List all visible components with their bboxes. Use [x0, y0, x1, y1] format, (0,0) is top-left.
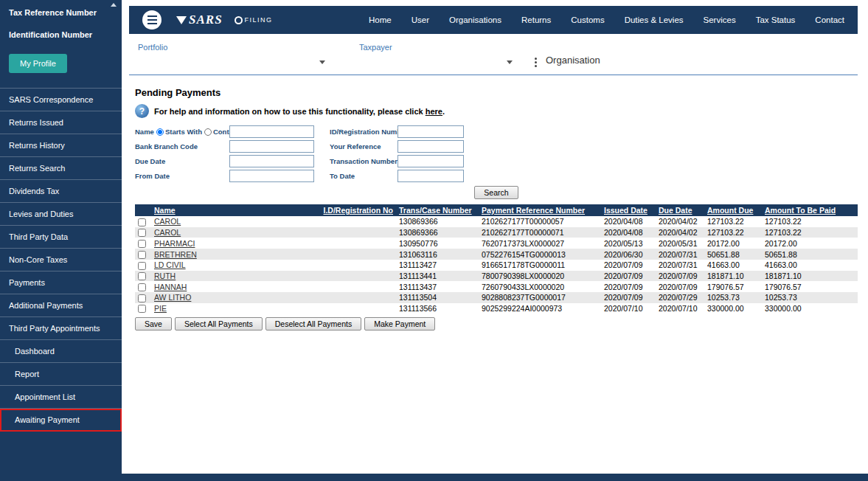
column-header-i-d-registration-no[interactable]: I.D/Registration No — [323, 206, 393, 215]
sidebar-item-returns-history[interactable]: Returns History — [0, 134, 122, 157]
cell-amount-due: 41663.00 — [704, 260, 762, 271]
chevron-down-icon — [319, 60, 325, 64]
payment-row: CAROL1308693662102627177T000000572020/04… — [135, 216, 858, 227]
column-header-issued-date[interactable]: Issued Date — [604, 206, 647, 215]
row-checkbox[interactable] — [138, 240, 146, 248]
row-checkbox[interactable] — [138, 229, 146, 237]
to-date-input[interactable] — [397, 170, 464, 182]
kebab-menu-icon[interactable] — [535, 58, 537, 67]
search-button[interactable]: Search — [474, 186, 518, 199]
cell-amount-due: 20172.00 — [704, 238, 762, 249]
sidebar-item-awaiting-payment[interactable]: Awaiting Payment — [0, 409, 122, 432]
column-header-amount-due[interactable]: Amount Due — [707, 206, 753, 215]
column-header-amount-to-be-paid[interactable]: Amount To Be Paid — [765, 206, 836, 215]
menu-icon[interactable] — [142, 10, 162, 30]
cell-amount-to-be-paid: 41663.00 — [762, 260, 858, 271]
row-checkbox[interactable] — [138, 272, 146, 280]
nav-item-home[interactable]: Home — [369, 15, 392, 24]
taxpayer-name-link[interactable]: BRETHREN — [154, 250, 197, 259]
sidebar-item-returns-search[interactable]: Returns Search — [0, 157, 122, 180]
pending-payments-table: NameI.D/Registration NoTrans/Case Number… — [135, 204, 858, 314]
sidebar-item-third-party-appointments[interactable]: Third Party Appointments — [0, 317, 122, 340]
nav-item-contact[interactable]: Contact — [815, 15, 844, 24]
help-icon[interactable] — [135, 104, 149, 118]
row-checkbox[interactable] — [138, 262, 146, 270]
taxpayer-name-link[interactable]: PIE — [154, 304, 167, 313]
contains-radio-input[interactable] — [204, 128, 212, 136]
cell-payment-reference: 2102627177T00000071 — [479, 227, 601, 238]
sidebar-item-levies-and-duties[interactable]: Levies and Duties — [0, 203, 122, 226]
cell-name: PHARMACI — [151, 238, 319, 249]
sidebar-item-identification-number[interactable]: Identification Number — [0, 22, 122, 44]
from-date-input[interactable] — [229, 170, 314, 182]
column-header-payment-reference-number[interactable]: Payment Reference Number — [482, 206, 585, 215]
cell-due-date: 2020/04/02 — [656, 216, 704, 227]
starts-with-label: Starts With — [165, 128, 202, 136]
cell-id-registration — [319, 303, 396, 314]
scroll-up-icon[interactable] — [111, 3, 117, 7]
nav-item-organisations[interactable]: Organisations — [449, 15, 501, 24]
cell-name: HANNAH — [151, 281, 319, 292]
nav-item-tax-status[interactable]: Tax Status — [756, 15, 796, 24]
due-date-input[interactable] — [229, 155, 314, 167]
sidebar-item-additional-payments[interactable]: Additional Payments — [0, 294, 122, 317]
sidebar-item-report[interactable]: Report — [0, 363, 122, 386]
make-payment-button[interactable]: Make Payment — [364, 317, 435, 331]
taxpayer-name-link[interactable]: RUTH — [154, 271, 176, 280]
efiling-logo: FILING — [235, 16, 273, 24]
taxpayer-name-link[interactable]: CAROL — [154, 228, 181, 237]
portfolio-select[interactable] — [138, 60, 328, 64]
column-header-due-date[interactable]: Due Date — [659, 206, 692, 215]
taxpayer-name-link[interactable]: AW LITHO — [154, 293, 191, 302]
row-checkbox[interactable] — [138, 218, 146, 226]
sidebar-item-sars-correspondence[interactable]: SARS Correspondence — [0, 89, 122, 111]
taxpayer-name-link[interactable]: CAROL — [154, 217, 181, 226]
name-input[interactable] — [229, 125, 314, 138]
taxpayer-select[interactable] — [359, 60, 515, 64]
help-text: For help and information on how to use t… — [154, 107, 445, 116]
row-checkbox[interactable] — [138, 305, 146, 313]
your-reference-input[interactable] — [397, 140, 464, 153]
sidebar-item-payments[interactable]: Payments — [0, 271, 122, 294]
row-checkbox[interactable] — [138, 283, 146, 291]
select-all-payments-button[interactable]: Select All Payments — [175, 317, 263, 331]
taxpayer-name-link[interactable]: PHARMACI — [154, 239, 195, 248]
nav-item-user[interactable]: User — [412, 15, 429, 24]
payments-tbody: CAROL1308693662102627177T000000572020/04… — [135, 216, 858, 314]
checkbox-cell — [135, 249, 151, 260]
sidebar-item-tax-reference-number[interactable]: Tax Reference Number — [0, 0, 122, 22]
deselect-all-payments-button[interactable]: Deselect All Payments — [265, 317, 361, 331]
column-header-trans-case-number[interactable]: Trans/Case Number — [399, 206, 472, 215]
save-button[interactable]: Save — [135, 317, 172, 331]
sidebar-item-appointment-list[interactable]: Appointment List — [0, 386, 122, 409]
sidebar-item-dashboard[interactable]: Dashboard — [0, 340, 122, 363]
starts-with-radio-input[interactable] — [156, 128, 164, 136]
sidebar-item-non-core-taxes[interactable]: Non-Core Taxes — [0, 249, 122, 271]
taxpayer-name-link[interactable]: LD CIVIL — [154, 260, 186, 269]
taxpayer-name-link[interactable]: HANNAH — [154, 283, 187, 291]
starts-with-radio[interactable]: Starts With — [156, 128, 202, 136]
id-registration-input[interactable] — [397, 125, 464, 138]
row-checkbox[interactable] — [138, 251, 146, 259]
sidebar: Tax Reference Number Identification Numb… — [0, 0, 122, 481]
nav-item-customs[interactable]: Customs — [571, 15, 604, 24]
cell-trans-case: 130869366 — [396, 227, 479, 238]
cell-id-registration — [319, 249, 396, 260]
cell-issued-date: 2020/05/13 — [601, 238, 656, 249]
checkbox-column-header — [135, 204, 151, 216]
nav-item-duties-levies[interactable]: Duties & Levies — [625, 15, 684, 24]
cell-issued-date: 2020/07/10 — [601, 303, 656, 314]
transaction-number-input[interactable] — [397, 155, 464, 167]
checkbox-cell — [135, 292, 151, 303]
column-header-name[interactable]: Name — [154, 206, 176, 215]
sidebar-item-dividends-tax[interactable]: Dividends Tax — [0, 180, 122, 203]
row-checkbox[interactable] — [138, 294, 146, 302]
sidebar-item-third-party-data[interactable]: Third Party Data — [0, 226, 122, 249]
nav-item-services[interactable]: Services — [704, 15, 736, 24]
my-profile-button[interactable]: My Profile — [9, 54, 67, 73]
help-link[interactable]: here — [426, 107, 442, 116]
checkbox-cell — [135, 216, 151, 227]
sidebar-item-returns-issued[interactable]: Returns Issued — [0, 111, 122, 134]
bank-branch-input[interactable] — [229, 140, 314, 153]
nav-item-returns[interactable]: Returns — [521, 15, 551, 24]
